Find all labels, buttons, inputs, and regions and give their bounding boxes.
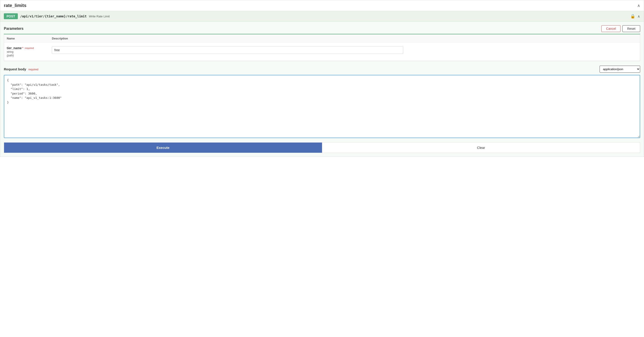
endpoint-right: 🔒 ∧ bbox=[630, 14, 640, 19]
request-body-header: Request body required application/json t… bbox=[4, 66, 640, 73]
request-body-title-group: Request body required bbox=[4, 67, 38, 71]
param-name-col: tier_name * required string (path) bbox=[7, 46, 52, 57]
page-header: rate_limits ∧ bbox=[0, 0, 644, 11]
page-title: rate_limits bbox=[4, 3, 26, 8]
required-asterisk: * bbox=[22, 46, 23, 50]
clear-button[interactable]: Clear bbox=[322, 142, 640, 153]
method-badge: POST bbox=[4, 13, 18, 19]
request-body-required-label: required bbox=[28, 68, 38, 71]
parameters-header: Parameters Cancel Reset bbox=[4, 22, 640, 34]
params-col-headers: Name Description bbox=[4, 34, 640, 43]
endpoint-bar: POST /api/v1/tier/{tier_name}/rate_limit… bbox=[0, 11, 644, 22]
endpoint-left: POST /api/v1/tier/{tier_name}/rate_limit… bbox=[4, 13, 110, 19]
required-badge: required bbox=[25, 47, 34, 50]
main-content: Parameters Cancel Reset Name Description… bbox=[0, 22, 644, 156]
param-name-required: tier_name * required bbox=[7, 46, 52, 50]
endpoint-collapse-icon[interactable]: ∧ bbox=[638, 14, 640, 18]
reset-button[interactable]: Reset bbox=[622, 25, 640, 32]
action-buttons: Execute Clear bbox=[4, 142, 640, 153]
tier-name-input[interactable] bbox=[52, 46, 403, 54]
parameters-title: Parameters bbox=[4, 26, 24, 31]
param-name: tier_name bbox=[7, 46, 22, 50]
collapse-icon[interactable]: ∧ bbox=[637, 3, 640, 8]
cancel-button[interactable]: Cancel bbox=[602, 25, 621, 32]
param-description-col bbox=[52, 46, 637, 54]
request-body-textarea[interactable]: { "path": "api/v1/tasks/task", "limit": … bbox=[4, 75, 640, 138]
execute-button[interactable]: Execute bbox=[4, 142, 322, 153]
param-type: string bbox=[7, 50, 52, 54]
header-buttons: Cancel Reset bbox=[602, 25, 640, 32]
endpoint-description: Write Rate Limit bbox=[89, 15, 110, 18]
request-body-title: Request body bbox=[4, 67, 26, 71]
content-type-select[interactable]: application/json text/plain application/… bbox=[600, 66, 640, 73]
param-location: (path) bbox=[7, 54, 52, 57]
param-row: tier_name * required string (path) bbox=[4, 43, 640, 61]
endpoint-path: /api/v1/tier/{tier_name}/rate_limit bbox=[20, 14, 86, 18]
lock-icon: 🔒 bbox=[630, 14, 635, 19]
page-wrapper: rate_limits ∧ POST /api/v1/tier/{tier_na… bbox=[0, 0, 644, 157]
col-header-name: Name bbox=[7, 37, 52, 40]
col-header-description: Description bbox=[52, 37, 637, 40]
params-table: Name Description tier_name * required st… bbox=[4, 34, 640, 61]
